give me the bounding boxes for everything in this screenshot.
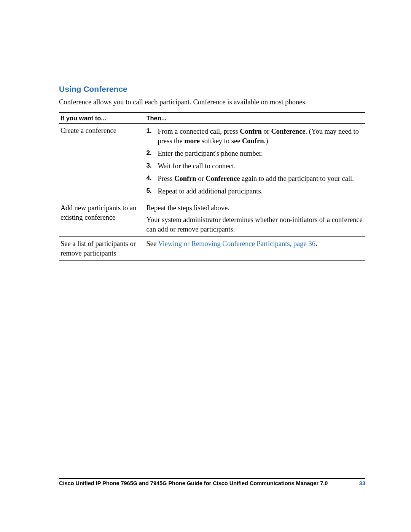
footer-doc-title: Cisco Unified IP Phone 7965G and 7945G P… [59,480,328,486]
step-bold: Conference [271,128,305,135]
then-cell: See Viewing or Removing Conference Parti… [145,236,365,260]
step-text: Press [158,175,174,182]
table-header-want: If you want to... [59,113,145,124]
page-footer: Cisco Unified IP Phone 7965G and 7945G P… [59,478,365,486]
document-page: Using Conference Conference allows you t… [0,0,411,532]
section-heading: Using Conference [59,85,365,94]
then-paragraph: Your system administrator determines whe… [146,215,363,234]
want-cell: See a list of participants or remove par… [59,236,145,260]
step-text: softkey to see [200,137,242,145]
then-cell: From a connected call, press Confrn or C… [145,123,365,201]
step: Wait for the call to connect. [146,161,363,173]
then-text: See [146,240,158,248]
step-bold: Conference [206,175,240,182]
step: From a connected call, press Confrn or C… [146,126,363,148]
step-bold: more [184,137,200,145]
cross-reference-link[interactable]: Viewing or Removing Conference Participa… [158,240,315,248]
footer-page-number: 33 [359,480,365,486]
step: Repeat to add additional participants. [146,186,363,198]
want-cell: Create a conference [59,123,145,201]
step: Press Confrn or Conference again to add … [146,173,363,186]
step-bold: Confrn [240,128,262,135]
want-cell: Add new participants to an existing conf… [59,201,145,236]
table-row: See a list of participants or remove par… [59,236,365,260]
table-row: Add new participants to an existing conf… [59,201,365,236]
intro-paragraph: Conference allows you to call each parti… [59,97,365,107]
step-text: again to add the participant to your cal… [240,175,354,182]
instruction-table: If you want to... Then... Create a confe… [59,112,365,261]
then-text: . [315,240,317,248]
step: Enter the participant's phone number. [146,148,363,161]
step-bold: Confrn [174,175,196,182]
then-cell: Repeat the steps listed above. Your syst… [145,201,365,236]
step-bold: Confrn [242,137,264,145]
step-text: or [262,128,271,135]
then-paragraph: Repeat the steps listed above. [146,203,363,213]
step-text: or [196,175,206,182]
table-header-then: Then... [145,113,365,124]
step-text: From a connected call, press [158,128,240,135]
step-text: .) [264,137,268,145]
steps-list: From a connected call, press Confrn or C… [146,126,363,198]
table-row: Create a conference From a connected cal… [59,123,365,201]
table-header-row: If you want to... Then... [59,113,365,124]
